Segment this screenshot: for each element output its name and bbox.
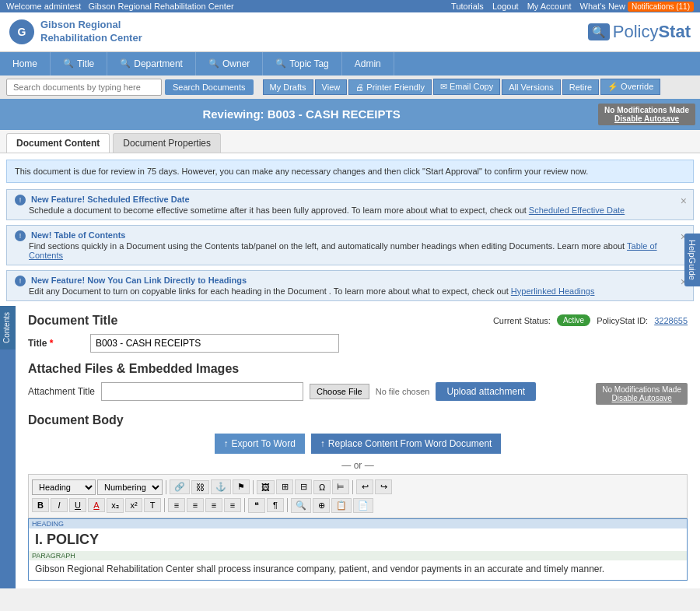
unordered-list-btn[interactable]: ≡: [187, 498, 204, 512]
notifications-badge[interactable]: Notifications (11): [628, 2, 694, 12]
title-label: Title *: [28, 338, 90, 349]
tab-document-properties[interactable]: Document Properties: [113, 133, 221, 153]
doc-title-section-header: Document Title Current Status: Active Po…: [28, 314, 688, 328]
scheduled-effective-date-link[interactable]: Scheduled Effective Date: [529, 205, 625, 215]
outdent-btn[interactable]: ≡: [224, 498, 241, 512]
no-file-text: No file chosen: [376, 387, 430, 396]
paste-text-btn[interactable]: 📋: [331, 498, 352, 513]
current-status-label: Current Status:: [493, 316, 551, 325]
export-to-word-button[interactable]: ↑ Export To Word: [215, 434, 305, 454]
table-btn[interactable]: ⊞: [276, 479, 293, 494]
remove-format-btn[interactable]: T: [144, 498, 161, 512]
bold-btn[interactable]: B: [32, 498, 49, 512]
retire-button[interactable]: Retire: [562, 79, 599, 95]
separator-4: [164, 498, 165, 512]
email-copy-button[interactable]: ✉ Email Copy: [433, 79, 500, 95]
para-label: PARAGRAPH: [29, 551, 687, 560]
blockquote-btn[interactable]: ❝: [248, 498, 265, 513]
nav-topic-tag[interactable]: 🔍 Topic Tag: [263, 52, 341, 75]
font-color-btn[interactable]: A: [88, 498, 105, 512]
table-of-contents-link[interactable]: Table of Contents: [29, 241, 657, 260]
style-select[interactable]: Heading Paragraph: [32, 479, 96, 495]
source-btn[interactable]: ⊨: [332, 479, 349, 494]
my-drafts-button[interactable]: My Drafts: [263, 79, 313, 95]
ordered-list-btn[interactable]: ≡: [168, 498, 185, 512]
superscript-btn[interactable]: x²: [125, 498, 142, 512]
feature-notice-3: × ! New Feature! Now You Can Link Direct…: [6, 270, 694, 301]
table-row-btn[interactable]: ⊟: [295, 479, 312, 494]
toolbar-buttons: My Drafts View 🖨 Printer Friendly ✉ Emai…: [263, 79, 661, 95]
search-input[interactable]: [6, 79, 162, 96]
upload-attachment-button[interactable]: Upload attachment: [436, 382, 536, 401]
close-notice-1[interactable]: ×: [681, 195, 687, 207]
main-wrapper: Contents Document Title Current Status: …: [0, 306, 700, 588]
doc-section: Document Title Current Status: Active Po…: [16, 306, 700, 588]
notice-icon-2: !: [15, 230, 26, 241]
paragraph-mark-btn[interactable]: ¶: [267, 498, 284, 512]
find-replace-btn[interactable]: ⊕: [313, 498, 330, 513]
undo-btn[interactable]: ↩: [356, 479, 373, 494]
doc-title-section-label: Document Title: [28, 314, 117, 328]
logo-text: Gibson Regional Rehabilitation Center: [40, 19, 142, 45]
notice-body-1: Schedule a document to become effective …: [29, 205, 625, 215]
printer-friendly-button[interactable]: 🖨 Printer Friendly: [348, 79, 432, 95]
redo-btn[interactable]: ↪: [375, 479, 392, 494]
review-notice: This document is due for review in 75 da…: [6, 160, 694, 183]
editor-toolbar-row1: Heading Paragraph Numbering None 🔗 ⛓ ⚓ ⚑…: [32, 478, 684, 497]
image-btn[interactable]: 🖼: [257, 480, 275, 494]
all-versions-button[interactable]: All Versions: [502, 79, 560, 95]
nav-owner[interactable]: 🔍 Owner: [196, 52, 263, 75]
attachment-title-input[interactable]: [101, 382, 303, 401]
tutorials-link[interactable]: Tutorials: [451, 2, 484, 11]
paste-word-btn[interactable]: 📄: [353, 498, 373, 513]
subscript-btn[interactable]: x₂: [107, 498, 124, 513]
nav-department[interactable]: 🔍 Department: [107, 52, 196, 75]
nav-home[interactable]: Home: [0, 52, 51, 75]
notice-title-1: New Feature! Scheduled Effective Date: [31, 195, 190, 204]
find-btn[interactable]: 🔍: [291, 498, 311, 513]
replace-content-button[interactable]: ↑ Replace Content From Word Document: [311, 434, 502, 454]
logout-link[interactable]: Logout: [492, 2, 519, 11]
policystat-logo: 🔍 PolicyStat: [588, 22, 691, 42]
feature-notice-2: × ! New! Table of Contents Find sections…: [6, 225, 694, 265]
flag-btn[interactable]: ⚑: [233, 479, 250, 494]
search-bar: Search Documents My Drafts View 🖨 Printe…: [0, 75, 700, 99]
override-button[interactable]: ⚡ Override: [600, 79, 660, 95]
anchor-btn[interactable]: ⚓: [211, 479, 231, 494]
para-text[interactable]: Gibson Regional Rehabilitation Center sh…: [29, 560, 687, 578]
link-btn[interactable]: 🔗: [170, 479, 190, 494]
view-button[interactable]: View: [315, 79, 348, 95]
underline-btn[interactable]: U: [69, 498, 86, 512]
whats-new-link[interactable]: What's New: [580, 2, 625, 11]
heading-label: HEADING: [29, 519, 687, 528]
helpguide-button[interactable]: HelpGuide: [684, 234, 700, 286]
title-input[interactable]: [90, 334, 339, 353]
italic-btn[interactable]: I: [51, 498, 68, 512]
content-area: Document Content Document Properties Thi…: [0, 130, 700, 588]
policystat-id-value[interactable]: 3228655: [654, 316, 688, 325]
separator-5: [244, 498, 245, 512]
search-documents-button[interactable]: Search Documents: [165, 79, 254, 95]
hyperlinked-headings-link[interactable]: Hyperlinked Headings: [511, 286, 595, 296]
numbering-select[interactable]: Numbering None: [97, 479, 163, 495]
header: G Gibson Regional Rehabilitation Center …: [0, 12, 700, 52]
heading-text[interactable]: I. POLICY: [29, 528, 687, 551]
editor-toolbar: Heading Paragraph Numbering None 🔗 ⛓ ⚓ ⚑…: [28, 474, 688, 518]
notice-body-2: Find sections quickly in a Document usin…: [29, 241, 685, 260]
nav-admin[interactable]: Admin: [342, 52, 394, 75]
editor-content[interactable]: HEADING I. POLICY PARAGRAPH Gibson Regio…: [28, 518, 688, 581]
separator-6: [287, 498, 288, 512]
contents-side-panel[interactable]: Contents: [0, 306, 16, 588]
status-badge: Active: [557, 314, 590, 326]
unlink-btn[interactable]: ⛓: [191, 480, 209, 494]
policystat-id-label: PolicyStat ID:: [597, 316, 648, 325]
my-account-link[interactable]: My Account: [527, 2, 572, 11]
nav-title[interactable]: 🔍 Title: [51, 52, 107, 75]
choose-file-button[interactable]: Choose File: [310, 384, 369, 399]
indent-btn[interactable]: ≡: [205, 498, 222, 512]
notice-title-3: New Feature! Now You Can Link Directly t…: [31, 276, 247, 285]
editor-toolbar-row2: B I U A x₂ x² T ≡ ≡ ≡ ≡ ❝ ¶ 🔍: [32, 497, 684, 514]
contents-panel-label: Contents: [0, 306, 16, 349]
tab-document-content[interactable]: Document Content: [6, 133, 110, 153]
special-char-btn[interactable]: Ω: [313, 480, 331, 494]
